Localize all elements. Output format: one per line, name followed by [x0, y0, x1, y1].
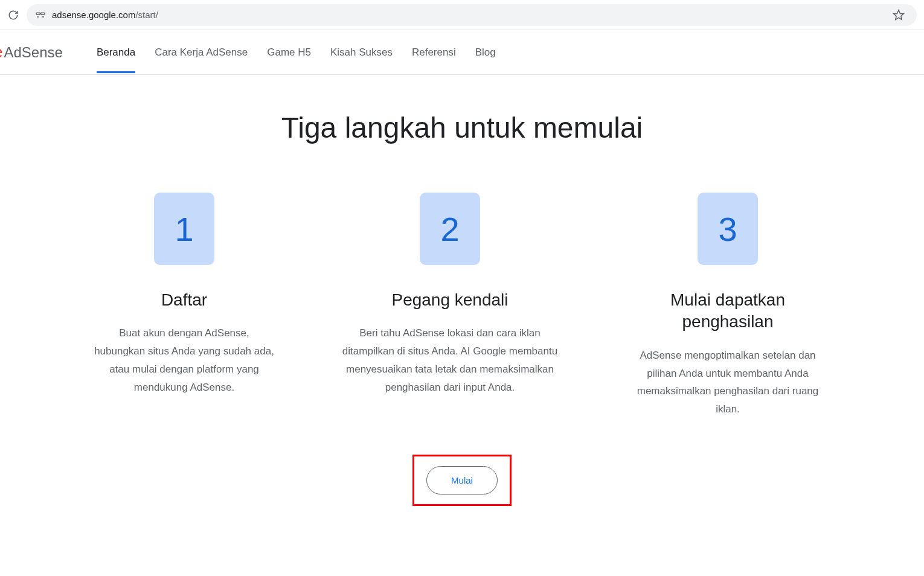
primary-nav: Beranda Cara Kerja AdSense Game H5 Kisah… — [97, 32, 496, 73]
product-name: AdSense — [4, 44, 62, 61]
nav-item-cara-kerja[interactable]: Cara Kerja AdSense — [155, 32, 248, 73]
step-number-badge: 1 — [154, 193, 214, 265]
step-description: Buat akun dengan AdSense, hubungkan situ… — [94, 324, 275, 396]
url-bar[interactable]: adsense.google.com/start/ — [27, 4, 917, 26]
step-title: Mulai dapatkan penghasilan — [625, 289, 830, 333]
browser-address-bar: adsense.google.com/start/ — [0, 0, 924, 30]
step-description: AdSense mengoptimalkan setelan dan pilih… — [625, 347, 830, 418]
site-info-icon[interactable] — [35, 10, 46, 21]
url-path: /start/ — [135, 10, 158, 20]
nav-item-referensi[interactable]: Referensi — [412, 32, 456, 73]
step-title: Daftar — [94, 289, 275, 311]
svg-rect-0 — [36, 13, 40, 14]
step-2: 2 Pegang kendali Beri tahu AdSense lokas… — [335, 193, 565, 418]
step-3: 3 Mulai dapatkan penghasilan AdSense men… — [625, 193, 830, 418]
step-description: Beri tahu AdSense lokasi dan cara iklan … — [335, 324, 565, 396]
step-1: 1 Daftar Buat akun dengan AdSense, hubun… — [94, 193, 275, 418]
steps-container: 1 Daftar Buat akun dengan AdSense, hubun… — [24, 193, 900, 418]
section-title: Tiga langkah untuk memulai — [24, 111, 900, 144]
svg-rect-1 — [41, 13, 45, 14]
nav-item-blog[interactable]: Blog — [475, 32, 496, 73]
start-button[interactable]: Mulai — [426, 466, 498, 494]
nav-item-beranda[interactable]: Beranda — [97, 32, 135, 73]
step-number-badge: 2 — [420, 193, 480, 265]
main-content: Tiga langkah untuk memulai 1 Daftar Buat… — [0, 75, 924, 530]
reload-icon[interactable] — [7, 9, 19, 21]
svg-marker-2 — [894, 10, 904, 19]
url-text: adsense.google.com/start/ — [52, 10, 887, 20]
url-host: adsense.google.com — [52, 10, 135, 20]
step-number-badge: 3 — [698, 193, 758, 265]
google-logo-fragment: e — [0, 43, 2, 62]
site-header: e AdSense Beranda Cara Kerja AdSense Gam… — [0, 30, 924, 75]
cta-highlight-box: Mulai — [412, 455, 512, 506]
nav-item-kisah-sukses[interactable]: Kisah Sukses — [330, 32, 393, 73]
logo[interactable]: e AdSense — [0, 43, 81, 62]
step-title: Pegang kendali — [335, 289, 565, 311]
cta-wrapper: Mulai — [24, 455, 900, 506]
nav-item-game-h5[interactable]: Game H5 — [267, 32, 311, 73]
bookmark-star-icon[interactable] — [893, 9, 905, 21]
